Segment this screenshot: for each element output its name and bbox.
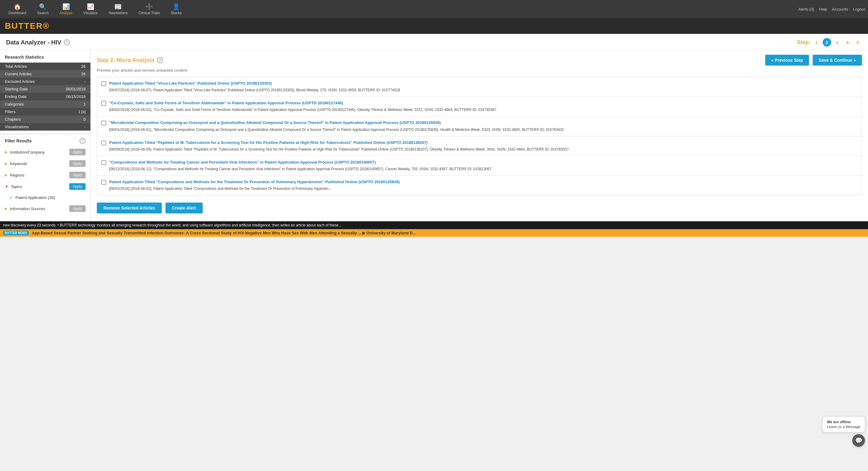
article-checkbox-2[interactable] [101,121,106,125]
arrow-right-icon: ▶ [5,207,7,211]
stats-label: Ending Date [0,93,52,100]
page-title-bar: Data Analyzer - HIV ? Step: 1 2 3 4 5 [0,34,868,50]
stats-row: Total Articles26 [0,63,90,70]
step-5[interactable]: 5 [854,38,862,46]
clinical-trials-icon: ➕ [146,3,153,10]
nav-search[interactable]: 🔍 Search [32,1,54,18]
article-item: "Microbicidal Composition Comprising an … [97,116,862,136]
article-checkbox-1[interactable] [101,101,106,106]
apply-button[interactable]: Apply [69,183,86,190]
stats-value: 26 [52,63,90,70]
step-4[interactable]: 4 [843,38,852,46]
article-title-3[interactable]: Patent Application Titled "Peptides of M… [109,140,569,146]
nav-dashboard[interactable]: 🏠 Dashboard [3,1,32,18]
step-3[interactable]: 3 [833,38,841,46]
nav-stocks[interactable]: 👤 Stocks [165,1,187,18]
top-nav-right: Alerts (0) Help Accounts Logout [798,7,865,11]
article-item: Patent Application Titled "Compositions … [97,176,862,195]
analyze-icon: 📊 [62,3,70,10]
nav-visualize-label: Visualize [83,11,98,15]
help-link[interactable]: Help [819,7,827,11]
prev-step-button[interactable]: « Previous Step [765,55,809,66]
filter-item-keywords: ▶ Keywords Apply [0,158,90,169]
search-icon: 🔍 [39,3,46,10]
article-checkbox-4[interactable] [101,160,106,165]
create-alert-button[interactable]: Create Alert [165,202,203,213]
step-1[interactable]: 1 [812,38,821,46]
article-content-4: "Compositions and Methods for Treating C… [109,160,492,172]
stats-value: 0 [52,116,90,123]
stats-row: Filters1 [x] [0,108,90,116]
stats-row: Starting Date06/01/2018 [0,85,90,93]
filter-label[interactable]: Information Sources [10,207,45,211]
filter-title: Filter Results [5,138,32,143]
apply-button[interactable]: Apply [69,205,86,212]
article-title-0[interactable]: Patent Application Titled "Virus-Like Pa… [109,81,400,86]
article-meta-2: [06/01/2018] (2018-06-01), "Microbicidal… [109,127,564,132]
apply-button[interactable]: Apply [69,160,86,167]
arrow-right-icon: ▶ [5,161,7,166]
filter-label[interactable]: Regions [10,173,25,178]
stats-row: Visualizations- [0,123,90,131]
accounts-link[interactable]: Accounts [832,7,848,11]
article-title-1[interactable]: "Co-Crystals, Salts and Solid Forms of T… [109,100,496,106]
nav-dashboard-label: Dashboard [8,11,26,15]
remove-selected-button[interactable]: Remove Selected Articles [97,202,162,213]
stocks-icon: 👤 [173,3,180,10]
article-meta-3: [06/09/2018] (2018-06-09), Patent Applic… [109,147,569,152]
article-checkbox-5[interactable] [101,180,106,185]
news-logo: BUTTER NEWS [3,231,29,235]
topic-label[interactable]: Patent Application (26) [16,195,55,200]
article-checkbox-3[interactable] [101,140,106,146]
nav-newsletters[interactable]: 📰 Newsletters [103,1,133,18]
main-panel: Step 2: Micro Analysis ? « Previous Step… [91,50,868,221]
page-help-icon[interactable]: ? [64,39,70,45]
filter-label[interactable]: Keywords [10,161,27,166]
logout-link[interactable]: Logout [853,7,865,11]
article-title-4[interactable]: "Compositions and Methods for Treating C… [109,160,492,165]
topic-item: ✓ Patent Application (26) [0,192,90,203]
nav-clinical-trials-label: Clinical Trials [138,11,160,15]
article-title-2[interactable]: "Microbicidal Composition Comprising an … [109,120,564,125]
article-item: Patent Application Titled "Virus-Like Pa… [97,77,862,97]
stats-row: Ending Date06/15/2018 [0,93,90,100]
article-meta-5: [06/02/2018] (2018-06-02), Patent Applic… [109,186,400,191]
top-navigation: 🏠 Dashboard 🔍 Search 📊 Analyze 📈 Visuali… [0,0,868,18]
stats-row: Chapters0 [0,116,90,123]
stats-value: - [52,78,90,85]
nav-analyze-label: Analyze [60,11,72,15]
dashboard-icon: 🏠 [13,3,21,10]
article-checkbox-0[interactable] [101,81,106,86]
brand-logo: BUTTER® [5,21,50,31]
stats-value: 06/01/2018 [52,85,90,93]
step2-title-text: Step 2: Micro Analysis [97,57,155,63]
news-text: App-Based Sexual Partner Seeking and Sex… [32,231,416,235]
step-2[interactable]: 2 [823,38,831,46]
main-area: Research Statistics Total Articles26Curr… [0,50,868,221]
stats-value: 1 [x] [52,108,90,116]
stats-label: Filters [0,108,52,116]
alerts-link[interactable]: Alerts (0) [798,7,814,11]
save-continue-button[interactable]: Save & Continue » [813,55,862,66]
filter-label[interactable]: Topics [11,184,22,189]
filter-label[interactable]: Institution/Company [10,150,45,155]
article-title-5[interactable]: Patent Application Titled "Compositions … [109,179,400,185]
nav-analyze[interactable]: 📊 Analyze [54,1,78,18]
article-content-5: Patent Application Titled "Compositions … [109,179,400,191]
nav-clinical-trials[interactable]: ➕ Clinical Trials [133,1,165,18]
stats-label: Categories [0,100,52,108]
stats-row: Categories1 [0,100,90,108]
content-area: Research Statistics Total Articles26Curr… [0,50,868,221]
arrow-right-icon: ▶ [5,173,7,177]
nav-items: 🏠 Dashboard 🔍 Search 📊 Analyze 📈 Visuali… [3,1,187,18]
stats-label: Chapters [0,116,52,123]
step2-header: Step 2: Micro Analysis ? « Previous Step… [97,55,862,66]
apply-button[interactable]: Apply [69,149,86,155]
apply-button[interactable]: Apply [69,172,86,178]
step2-subtitle: Preview your articles and remove unwante… [97,68,862,72]
news-bar: BUTTER NEWS App-Based Sexual Partner See… [0,229,868,237]
filter-help-icon[interactable]: ? [80,138,86,144]
step2-help-icon[interactable]: ? [157,57,163,63]
stats-table: Total Articles26Current Articles26Exclud… [0,63,90,131]
nav-visualize[interactable]: 📈 Visualize [78,1,103,18]
